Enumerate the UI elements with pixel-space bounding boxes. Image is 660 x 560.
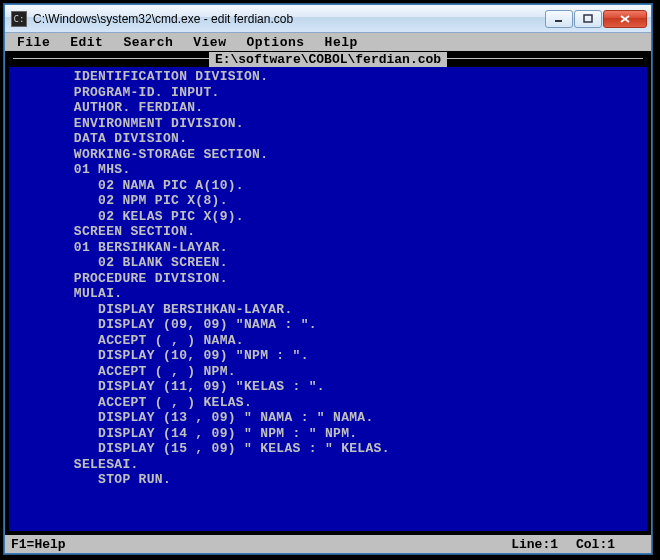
code-area[interactable]: IDENTIFICATION DIVISION. PROGRAM-ID. INP…: [5, 67, 651, 535]
menu-options[interactable]: Options: [246, 35, 304, 50]
titlebar[interactable]: C: C:\Windows\system32\cmd.exe - edit fe…: [5, 5, 651, 33]
svg-rect-1: [584, 15, 592, 22]
window-controls: [545, 10, 647, 28]
menu-file[interactable]: File: [17, 35, 50, 50]
minimize-icon: [554, 14, 564, 24]
status-help: F1=Help: [11, 537, 66, 552]
menu-search[interactable]: Search: [123, 35, 173, 50]
close-button[interactable]: [603, 10, 647, 28]
close-icon: [619, 14, 631, 24]
status-col: Col:1: [576, 537, 615, 552]
maximize-button[interactable]: [574, 10, 602, 28]
menubar: File Edit Search View Options Help: [5, 33, 651, 51]
editor-frame: File Edit Search View Options Help E:\so…: [5, 33, 651, 553]
statusbar: F1=Help Line:1 Col:1: [5, 535, 651, 553]
status-line: Line:1: [511, 537, 558, 552]
file-path-bar: E:\software\COBOL\ferdian.cob: [5, 51, 651, 67]
cmd-icon: C:: [11, 11, 27, 27]
menu-edit[interactable]: Edit: [70, 35, 103, 50]
menu-help[interactable]: Help: [325, 35, 358, 50]
app-window: C: C:\Windows\system32\cmd.exe - edit fe…: [4, 4, 652, 554]
open-file-name: E:\software\COBOL\ferdian.cob: [209, 52, 447, 67]
menu-view[interactable]: View: [193, 35, 226, 50]
minimize-button[interactable]: [545, 10, 573, 28]
window-title: C:\Windows\system32\cmd.exe - edit ferdi…: [33, 12, 545, 26]
maximize-icon: [583, 14, 593, 24]
